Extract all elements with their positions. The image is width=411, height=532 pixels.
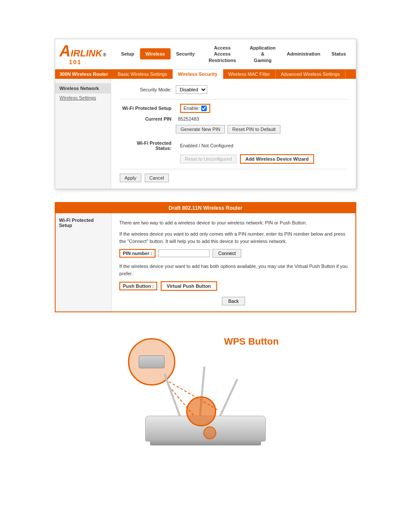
tab-advanced-wireless[interactable]: Advanced Wireless Settings: [276, 69, 346, 79]
wps-btn-group: Generate New PIN Reset PIN to Default: [176, 125, 280, 134]
wizard-pin-label-box: PIN number :: [119, 249, 156, 258]
wps-pin-label: Current PIN: [120, 116, 176, 121]
reset-pin-button[interactable]: Reset PIN to Default: [227, 125, 280, 134]
wizard-push-label-box: Push Button :: [119, 282, 157, 290]
tab-wireless-mac-filter[interactable]: Wireless MAC Filter: [223, 69, 276, 79]
wizard-content: There are two way to add a wireless devi…: [112, 213, 355, 312]
virtual-push-button[interactable]: Virtual Push Button: [161, 281, 217, 291]
panel-main: Security Mode: Disabled Wi-Fi Protected …: [111, 79, 356, 189]
wizard-body: Wi-Fi Protected Setup There are two way …: [56, 213, 355, 312]
antenna-3: [218, 379, 238, 418]
wizard-back-row: Back: [119, 297, 348, 305]
wps-enable-group: Enable:: [180, 104, 210, 113]
antenna-1: [163, 373, 181, 418]
section-divider: [120, 99, 347, 100]
wps-status-row: Wi-Fi Protected Status: Enabled / Not Co…: [120, 140, 347, 151]
sidebar-section-title: Wireless Network: [55, 83, 111, 93]
reset-unconfigured-button[interactable]: Reset to Unconfigured: [180, 155, 237, 163]
wps-pin-row: Current PIN 85252483: [120, 116, 347, 121]
nav-application-gaming[interactable]: Application & Gaming: [244, 42, 281, 66]
sidebar-wireless-settings[interactable]: Wireless Settings: [55, 93, 111, 102]
add-wireless-wizard-button[interactable]: Add Wireless Device Wizard: [240, 154, 314, 164]
logo: A IRLINK ® 101: [59, 42, 115, 65]
nav-wireless[interactable]: Wireless: [140, 48, 171, 59]
magnify-inner: [139, 355, 165, 368]
nav-access-restrictions[interactable]: Access Access Restrictions: [200, 42, 244, 66]
tab-basic-wireless[interactable]: Basic Wireless Settings: [112, 69, 173, 79]
logo-irlink-text: IRLINK: [71, 48, 102, 59]
wps-enable-row: Wi-Fi Protected Setup Enable:: [120, 104, 347, 113]
security-mode-row: Security Mode: Disabled: [120, 85, 347, 94]
form-actions: Apply Cancel: [120, 174, 347, 182]
wizard-sidebar-label: Wi-Fi Protected Setup: [59, 218, 94, 228]
magnify-circle: [128, 338, 175, 386]
wizard-pin-row: PIN number : Connect: [119, 249, 348, 258]
panel-header: A IRLINK ® 101 Setup Wireless Security A…: [55, 39, 356, 69]
logo-registered: ®: [103, 53, 106, 57]
cancel-button[interactable]: Cancel: [145, 174, 169, 182]
wps-illustration: WPS Button: [119, 330, 292, 450]
router-admin-panel: A IRLINK ® 101 Setup Wireless Security A…: [55, 39, 356, 189]
panel-sidebar: Wireless Network Wireless Settings: [55, 79, 111, 189]
apply-button[interactable]: Apply: [120, 174, 141, 182]
wizard-intro-text-2: If the wireless device you want to add o…: [119, 230, 348, 245]
router-model-label: 300N Wireless Router: [55, 69, 112, 79]
wizard-push-text: If the wireless device your want to add …: [119, 263, 348, 277]
wizard-intro-text-1: There are two way to add a wireless devi…: [119, 219, 348, 227]
logo-a-letter: A: [59, 42, 71, 60]
wps-enable-label: Enable:: [184, 106, 199, 111]
sub-navigation: 300N Wireless Router Basic Wireless Sett…: [55, 69, 356, 79]
wps-action-row: Reset to Unconfigured Add Wireless Devic…: [180, 154, 347, 164]
wizard-connect-button[interactable]: Connect: [212, 249, 241, 258]
wps-status-label: Wi-Fi Protected Status:: [120, 140, 176, 151]
wps-pin-buttons: Generate New PIN Reset PIN to Default: [176, 125, 347, 137]
security-mode-control: Disabled: [176, 85, 347, 94]
wps-enable-checkbox[interactable]: [201, 106, 207, 111]
nav-setup[interactable]: Setup: [115, 48, 140, 59]
top-navigation: Setup Wireless Security Access Access Re…: [115, 42, 352, 66]
wps-section-label: Wi-Fi Protected Setup: [120, 106, 176, 111]
security-mode-select[interactable]: Disabled: [176, 85, 207, 94]
nav-administration[interactable]: Administration: [281, 48, 326, 59]
generate-pin-button[interactable]: Generate New PIN: [176, 125, 225, 134]
nav-security[interactable]: Security: [171, 48, 200, 59]
wizard-header: Draft 802.11N Wireless Router: [56, 203, 355, 213]
logo-101: 101: [69, 59, 115, 65]
wps-button-label: WPS Button: [224, 336, 279, 347]
wps-circle: [186, 396, 216, 426]
wps-pin-value: 85252483: [178, 116, 199, 121]
sub-nav-tabs: Basic Wireless Settings Wireless Securit…: [112, 69, 356, 79]
wizard-panel: Draft 802.11N Wireless Router Wi-Fi Prot…: [55, 202, 356, 313]
tab-wireless-security[interactable]: Wireless Security: [173, 69, 223, 79]
wizard-back-button[interactable]: Back: [222, 297, 245, 305]
security-mode-label: Security Mode:: [120, 87, 176, 92]
wps-image-section: WPS Button: [55, 325, 356, 464]
wizard-pin-input[interactable]: [158, 249, 210, 257]
wizard-title: Draft 802.11N Wireless Router: [168, 205, 242, 211]
nav-status[interactable]: Status: [326, 48, 352, 59]
wizard-push-row: Push Button : Virtual Push Button: [119, 281, 348, 291]
wizard-sidebar: Wi-Fi Protected Setup: [56, 213, 112, 312]
form-divider: [120, 169, 347, 169]
wps-status-value: Enabled / Not Configured: [180, 143, 234, 148]
panel-content: Wireless Network Wireless Settings Secur…: [55, 79, 356, 189]
wps-enable-box: Enable:: [180, 104, 210, 113]
wps-section: Wi-Fi Protected Setup Enable: Current PI…: [120, 104, 347, 164]
